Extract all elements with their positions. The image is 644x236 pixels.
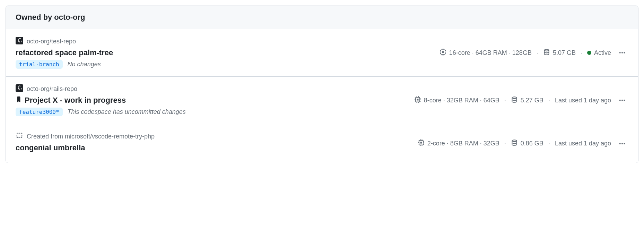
codespace-title-line: congenial umbrella	[16, 143, 412, 152]
cpu-icon	[414, 96, 421, 105]
codespace-info: octo-org/test-repo refactored space palm…	[16, 37, 434, 69]
template-icon	[16, 132, 23, 141]
disk-text: 5.07 GB	[553, 49, 576, 57]
panel-header: Owned by octo-org	[6, 6, 638, 29]
svg-point-3	[619, 100, 621, 101]
codespace-meta: 2-core · 8GB RAM · 32GB · 0.86 GB · Last…	[418, 138, 628, 149]
status-indicator-icon	[587, 51, 591, 55]
codespace-title-line: Project X - work in progress	[16, 96, 409, 105]
more-actions-button[interactable]	[616, 47, 628, 58]
branch-line: trial-branch No changes	[16, 60, 434, 69]
separator-dot: ·	[548, 140, 550, 147]
disk-text: 0.86 GB	[521, 140, 543, 147]
codespaces-panel: Owned by octo-org octo-org/test-repo ref…	[6, 6, 638, 163]
status-group: Active	[587, 49, 611, 57]
specs-text: 2-core · 8GB RAM · 32GB	[427, 140, 499, 147]
repo-source-text: Created from microsoft/vscode-remote-try…	[27, 133, 155, 140]
github-icon	[16, 84, 23, 94]
svg-point-0	[619, 52, 621, 53]
svg-point-8	[624, 143, 625, 144]
svg-point-2	[624, 52, 625, 53]
disk-group: 0.86 GB	[511, 139, 543, 148]
branch-tag[interactable]: feature3000*	[16, 108, 63, 116]
branch-status: No changes	[68, 61, 101, 68]
specs-text: 16-core · 64GB RAM · 128GB	[449, 49, 532, 57]
specs-text: 8-core · 32GB RAM · 64GB	[424, 97, 499, 104]
github-icon	[16, 37, 23, 46]
separator-dot: ·	[581, 49, 582, 57]
svg-point-6	[619, 143, 621, 144]
separator-dot: ·	[504, 97, 506, 104]
repo-line: Created from microsoft/vscode-remote-try…	[16, 132, 412, 141]
repo-line: octo-org/rails-repo	[16, 84, 409, 94]
specs-group: 16-core · 64GB RAM · 128GB	[440, 49, 532, 57]
separator-dot: ·	[504, 140, 506, 147]
database-icon	[511, 139, 518, 148]
branch-status: This codespace has uncommitted changes	[68, 108, 186, 116]
more-actions-button[interactable]	[616, 138, 628, 149]
branch-tag[interactable]: trial-branch	[16, 60, 63, 69]
cpu-icon	[440, 49, 446, 57]
codespace-item: Created from microsoft/vscode-remote-try…	[6, 124, 638, 163]
codespace-item: octo-org/test-repo refactored space palm…	[6, 29, 638, 77]
codespace-meta: 8-core · 32GB RAM · 64GB · 5.27 GB · Las…	[414, 95, 628, 106]
disk-text: 5.27 GB	[521, 97, 543, 104]
disk-group: 5.27 GB	[511, 96, 543, 105]
status-group: Last used 1 day ago	[555, 97, 611, 104]
specs-group: 2-core · 8GB RAM · 32GB	[418, 139, 499, 148]
disk-group: 5.07 GB	[543, 49, 576, 57]
status-text: Last used 1 day ago	[555, 140, 611, 147]
panel-title: Owned by octo-org	[16, 13, 85, 22]
codespace-meta: 16-core · 64GB RAM · 128GB · 5.07 GB · A…	[440, 47, 628, 58]
repo-line: octo-org/test-repo	[16, 37, 434, 46]
status-text: Active	[594, 49, 611, 57]
codespace-item: octo-org/rails-repo Project X - work in …	[6, 77, 638, 124]
branch-line: feature3000* This codespace has uncommit…	[16, 108, 409, 116]
database-icon	[543, 49, 550, 57]
svg-point-4	[621, 100, 623, 101]
codespace-title[interactable]: congenial umbrella	[16, 143, 85, 152]
codespace-title[interactable]: refactored space palm-tree	[16, 48, 113, 57]
cpu-icon	[418, 139, 425, 148]
repo-link[interactable]: octo-org/rails-repo	[27, 85, 77, 93]
more-actions-button[interactable]	[616, 95, 628, 106]
svg-point-5	[624, 100, 625, 101]
separator-dot: ·	[548, 97, 550, 104]
separator-dot: ·	[537, 49, 538, 57]
status-group: Last used 1 day ago	[555, 140, 611, 147]
codespace-info: octo-org/rails-repo Project X - work in …	[16, 84, 409, 116]
bookmark-icon	[16, 96, 22, 105]
svg-point-7	[621, 143, 623, 144]
repo-link[interactable]: octo-org/test-repo	[27, 38, 76, 45]
status-text: Last used 1 day ago	[555, 97, 611, 104]
codespace-title-line: refactored space palm-tree	[16, 48, 434, 57]
specs-group: 8-core · 32GB RAM · 64GB	[414, 96, 499, 105]
database-icon	[511, 96, 518, 105]
codespace-title[interactable]: Project X - work in progress	[25, 96, 126, 105]
codespace-info: Created from microsoft/vscode-remote-try…	[16, 132, 412, 155]
svg-point-1	[621, 52, 623, 53]
